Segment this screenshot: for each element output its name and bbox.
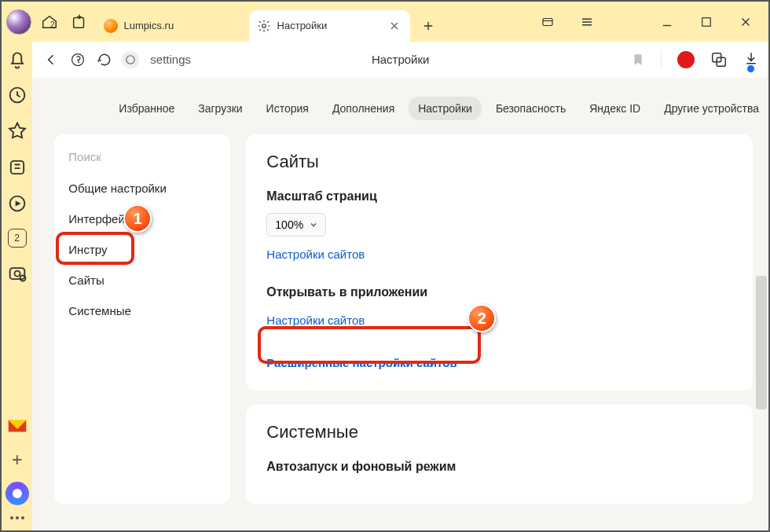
window-controls <box>541 15 753 29</box>
address-bar: settings Настройки <box>32 42 768 78</box>
cat-devices[interactable]: Другие устройства <box>654 97 768 120</box>
scale-value: 100% <box>275 218 303 231</box>
translate-icon[interactable] <box>710 51 728 68</box>
tab-lumpics[interactable]: Lumpics.ru <box>96 10 249 42</box>
yandex-icon[interactable] <box>68 50 87 69</box>
dock-icon[interactable] <box>541 15 555 29</box>
sites-settings-link-2[interactable]: Настройки сайтов <box>266 314 365 327</box>
reload-icon[interactable] <box>95 50 114 69</box>
cat-history[interactable]: История <box>257 97 318 120</box>
settings-categories: Избранное Загрузки История Дополнения На… <box>32 78 768 134</box>
cat-downloads[interactable]: Загрузки <box>189 97 251 120</box>
titlebar: 2 Lumpics.ru Настройки <box>2 2 768 42</box>
download-badge-icon <box>747 65 754 72</box>
site-info-icon[interactable] <box>122 51 139 68</box>
minimize-icon[interactable] <box>660 15 674 29</box>
cat-yandex-id[interactable]: Яндекс ID <box>580 97 650 120</box>
lumpics-favicon-icon <box>104 19 118 33</box>
cat-favorites[interactable]: Избранное <box>109 97 184 120</box>
svg-point-8 <box>14 271 20 277</box>
more-icon[interactable] <box>10 516 24 519</box>
svg-point-11 <box>126 55 135 64</box>
back-icon[interactable] <box>42 50 60 69</box>
history-icon[interactable] <box>6 84 28 106</box>
side-general[interactable]: Общие настройки <box>54 173 230 204</box>
svg-rect-0 <box>73 17 83 28</box>
cat-addons[interactable]: Дополнения <box>323 97 404 120</box>
maximize-icon[interactable] <box>699 15 713 29</box>
play-icon[interactable] <box>6 193 28 215</box>
scrollbar-thumb[interactable] <box>756 276 767 409</box>
tab-settings[interactable]: Настройки <box>249 10 410 42</box>
settings-panels: Сайты Масштаб страниц 100% Настройки сай… <box>246 134 753 504</box>
sites-heading: Сайты <box>266 152 732 172</box>
close-icon[interactable] <box>390 21 399 31</box>
bell-icon[interactable] <box>6 48 28 70</box>
alice-icon[interactable] <box>6 482 29 505</box>
scale-select[interactable]: 100% <box>266 213 326 237</box>
download-icon[interactable] <box>743 50 759 66</box>
new-tab-button[interactable] <box>416 14 440 38</box>
side-tools[interactable]: Инстру <box>54 234 230 265</box>
side-rail: 2 + <box>2 42 32 530</box>
tab-count: 2 <box>50 20 55 29</box>
svg-point-1 <box>262 24 266 28</box>
svg-rect-7 <box>9 268 24 279</box>
side-system[interactable]: Системные <box>54 295 230 326</box>
tab-label: Lumpics.ru <box>124 20 174 31</box>
home-icon[interactable] <box>38 10 61 34</box>
gear-icon <box>257 19 271 33</box>
cat-settings[interactable]: Настройки <box>409 97 482 120</box>
chevron-down-icon <box>310 221 317 229</box>
svg-rect-2 <box>543 18 552 25</box>
bookmark-icon[interactable] <box>631 53 645 67</box>
svg-rect-3 <box>702 17 711 26</box>
settings-side-nav: Поиск Общие настройки Интерфейс Инстру С… <box>54 134 230 504</box>
autostart-heading: Автозапуск и фоновый режим <box>266 460 732 474</box>
scale-heading: Масштаб страниц <box>266 189 732 204</box>
tab-label: Настройки <box>277 20 328 31</box>
cat-security[interactable]: Безопасность <box>486 97 575 120</box>
side-sites[interactable]: Сайты <box>54 265 230 295</box>
adblock-icon[interactable] <box>677 51 695 68</box>
system-heading: Системные <box>266 422 732 442</box>
url-text[interactable]: settings <box>150 53 191 66</box>
system-card: Системные Автозапуск и фоновый режим <box>246 405 753 504</box>
open-in-app-heading: Открывать в приложении <box>266 285 732 299</box>
svg-rect-5 <box>10 161 23 174</box>
counter-icon[interactable]: 2 <box>8 229 27 248</box>
collections-icon[interactable] <box>6 156 28 178</box>
add-panel-icon[interactable]: + <box>12 449 23 471</box>
menu-icon[interactable] <box>580 15 594 29</box>
mail-icon[interactable] <box>6 414 29 438</box>
profile-avatar[interactable] <box>6 9 31 35</box>
page-title: Настройки <box>372 53 430 66</box>
sites-settings-link-1[interactable]: Настройки сайтов <box>266 248 365 261</box>
sites-card: Сайты Масштаб страниц 100% Настройки сай… <box>246 134 753 391</box>
star-icon[interactable] <box>6 120 28 142</box>
camera-search-icon[interactable] <box>6 262 28 284</box>
add-window-icon[interactable] <box>68 10 91 34</box>
close-window-icon[interactable] <box>739 15 753 29</box>
advanced-sites-link[interactable]: Расширенные настройки сайтов <box>266 356 456 369</box>
search-input[interactable]: Поиск <box>54 141 230 173</box>
